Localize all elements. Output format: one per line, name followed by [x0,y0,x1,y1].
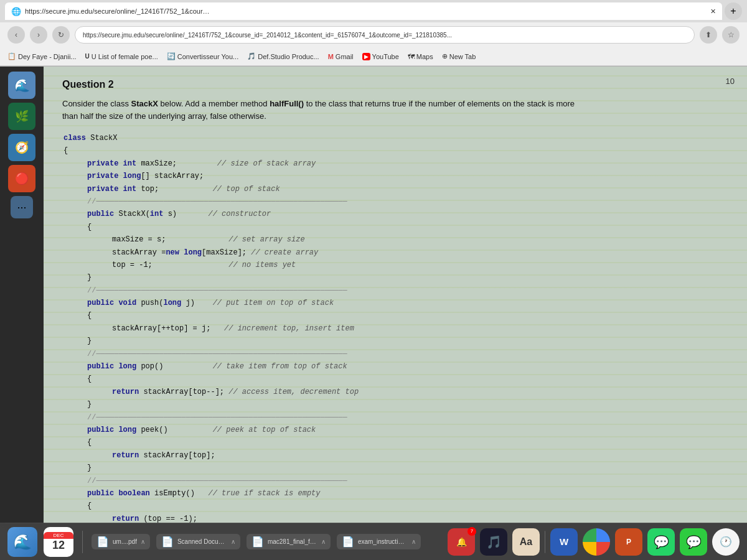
taskbar-pdf-exam[interactable]: 📄 exam_instruction....pdf ∧ [337,534,421,549]
notification-badge: 7 [467,527,476,536]
taskbar-app-clock[interactable]: 🕐 [712,528,740,556]
bookmark-new-tab[interactable]: ⊕ New Tab [442,52,476,60]
taskbar-pdf-mac281[interactable]: 📄 mac281_final_fall....pdf ∧ [247,534,331,549]
code-line: { [62,436,560,449]
bookmark-label: Dey Faye - Djanii... [18,53,77,60]
taskbar-app-a[interactable]: Aa [512,528,540,556]
code-separator: //——————————————————————————————————————… [62,411,560,424]
bookmark-label: New Tab [449,53,476,60]
chevron-up-icon: ∧ [141,538,145,545]
bookmark-maps[interactable]: 🗺 Maps [408,53,433,60]
code-line: maxSize = s; // set array size [62,233,560,246]
code-separator: //——————————————————————————————————————… [62,284,560,297]
bookmark-label: Maps [416,53,433,60]
taskbar-pdf-scanned[interactable]: 📄 Scanned Docum....pdf ∧ [156,534,240,549]
bookmark-youtube[interactable]: ▶ YouTube [362,53,399,60]
address-bar[interactable]: https://secure.jmu.edu/secure/online/_12… [75,26,695,44]
code-line: stackArray = new long[maxSize]; // creat… [62,246,560,259]
bookmark-def-studio[interactable]: 🎵 Def.Studio Produc... [247,52,319,60]
share-button[interactable]: ⬆ [700,26,717,44]
pdf-icon: 📄 [161,536,174,548]
back-button[interactable]: ‹ [7,26,25,44]
question-heading: Question 2 [62,79,728,90]
refresh-button[interactable]: ↻ [52,26,70,44]
code-line: private int top; // top of stack [62,183,560,195]
code-line: private int maxSize; // size of stack ar… [62,157,560,170]
content-area: 10 Question 2 Consider the class StackX … [44,67,747,523]
code-line: return stackArray[top]; [62,449,560,462]
code-line: { [62,373,560,385]
code-line: } [62,462,560,474]
sidebar-icon-app2[interactable]: ··· [11,196,33,218]
chevron-up-icon: ∧ [411,538,416,545]
code-line: { [62,500,560,512]
bookmarks-bar: 📋 Dey Faye - Djanii... U U List of femal… [0,47,747,66]
code-line: return (top == -1); [62,513,560,523]
bookmark-icon: U [85,53,90,60]
code-line: { [62,221,560,233]
code-line: stackArray[++top] = j; // increment top,… [62,322,560,335]
bookmark-icon: 🎵 [247,52,256,60]
bookmark-list[interactable]: U U List of female poe... [85,53,158,60]
forward-button[interactable]: › [30,26,47,44]
bookmark-label: Gmail [336,53,354,60]
taskbar-app-notification[interactable]: 🔔 7 [448,528,475,556]
tab-close-icon[interactable]: ✕ [710,7,716,16]
taskbar-app-messages[interactable]: 💬 [680,528,707,556]
pdf-label: exam_instruction....pdf [358,538,408,545]
code-line: public StackX(int s) // constructor [62,208,560,220]
bookmark-label: U List of female poe... [92,53,158,60]
code-line: class StackX [62,132,560,144]
chevron-up-icon: ∧ [321,538,326,545]
bookmark-label: YouTube [372,53,399,60]
taskbar-app-chrome[interactable] [583,528,610,556]
bookmark-icon: 📋 [7,52,16,60]
question-text: Consider the class StackX below. Add a m… [62,98,591,122]
code-line: public long peek() // peek at top of sta… [62,424,560,436]
bookmark-convertisseur[interactable]: 🔄 Convertisseur You... [167,52,238,60]
taskbar-app-calendar[interactable]: DEC 12 [44,527,73,557]
code-separator: //——————————————————————————————————————… [62,195,560,208]
code-line: return stackArray[top--]; // access item… [62,386,560,398]
taskbar-app-music[interactable]: 🎵 [480,528,507,556]
taskbar-app-word[interactable]: W [550,528,578,556]
taskbar-app-powerpoint[interactable]: P [615,528,642,556]
code-line: top = -1; // no items yet [62,259,560,271]
bookmark-label: Convertisseur You... [177,53,238,60]
pdf-icon: 📄 [251,536,264,548]
sidebar-icon-app1[interactable]: 🔴 [8,165,35,192]
youtube-icon: ▶ [362,53,370,60]
taskbar-right: 🔔 7 🎵 Aa W P 💬 💬 🕐 [448,528,740,556]
sidebar-icon-finder[interactable]: 🌊 [8,72,35,99]
bookmark-gmail[interactable]: M Gmail [328,53,354,60]
code-line: public boolean isEmpty() // true if stac… [62,487,560,500]
taskbar-separator-2 [545,531,545,553]
bookmark-button[interactable]: ☆ [722,26,740,44]
code-line: public void push(long j) // put item on … [62,297,560,309]
taskbar-app-finder[interactable]: 🌊 [7,527,37,557]
code-separator: //——————————————————————————————————————… [62,348,560,360]
pdf-icon: 📄 [342,536,354,548]
bookmark-icon: M [328,53,334,60]
code-line: private long[] stackArray; [62,170,560,182]
code-line: } [62,335,560,347]
taskbar-app-whatsapp[interactable]: 💬 [647,528,675,556]
active-tab[interactable]: 🌐 https://secure.jmu.edu/secure/online/_… [5,2,722,20]
pdf-label: Scanned Docum....pdf [177,538,227,545]
maps-icon: 🗺 [408,53,415,60]
browser-chrome: 🌐 https://secure.jmu.edu/secure/online/_… [0,0,747,67]
code-line: { [62,144,560,157]
taskbar-separator [82,531,83,553]
code-separator: //——————————————————————————————————————… [62,475,560,487]
pdf-icon: 📄 [96,536,109,548]
sidebar-icon-photos[interactable]: 🌿 [8,103,35,130]
pdf-label: mac281_final_fall....pdf [268,538,317,545]
taskbar-pdf-um[interactable]: 📄 um....pdf ∧ [92,534,150,549]
tab-bar: 🌐 https://secure.jmu.edu/secure/online/_… [0,0,747,22]
code-line: } [62,271,560,284]
bookmark-dey-faye[interactable]: 📋 Dey Faye - Djanii... [7,52,77,60]
browser-controls: ‹ › ↻ https://secure.jmu.edu/secure/onli… [0,22,747,47]
tab-title: https://secure.jmu.edu/secure/online/_12… [25,7,212,15]
new-tab-button[interactable]: + [725,2,742,20]
sidebar-icon-safari[interactable]: 🧭 [8,134,35,161]
